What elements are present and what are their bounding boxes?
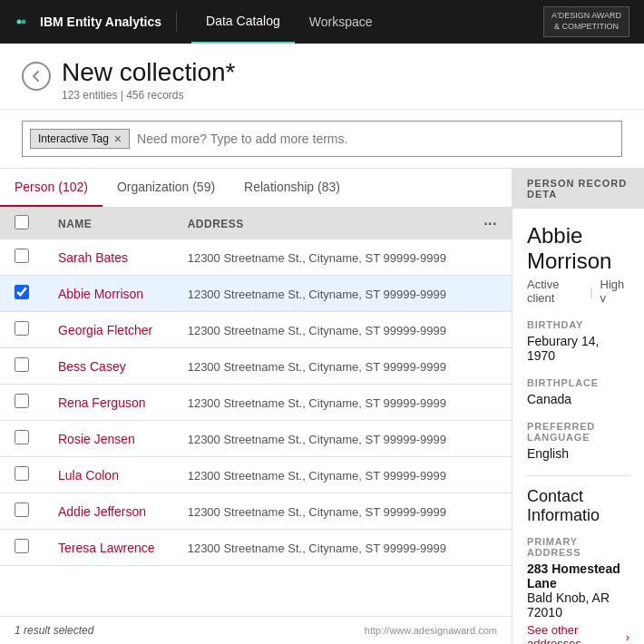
tab-organization[interactable]: Organization (59) — [102, 169, 229, 207]
row-more — [469, 385, 512, 421]
row-checkbox[interactable] — [15, 321, 29, 336]
contact-header: Contact Informatio — [527, 475, 629, 525]
row-checkbox-cell — [0, 276, 44, 312]
left-panel: Person (102) Organization (59) Relations… — [0, 169, 512, 644]
person-name-link[interactable]: Teresa Lawrence — [58, 541, 155, 555]
table-row[interactable]: Teresa Lawrence 12300 Streetname St., Ci… — [0, 530, 512, 566]
main-content: Person (102) Organization (59) Relations… — [0, 169, 644, 644]
address-line2: Bald Knob, AR 72010 — [527, 590, 629, 620]
row-checkbox[interactable] — [15, 249, 29, 263]
row-name: Addie Jefferson — [44, 493, 173, 530]
row-checkbox[interactable] — [15, 285, 29, 299]
table-row[interactable]: Rena Ferguson 12300 Streetname St., City… — [0, 385, 512, 421]
row-checkbox-cell — [0, 493, 44, 530]
more-icon: ··· — [483, 216, 497, 231]
chevron-right-icon: › — [626, 630, 629, 644]
page-subtitle: 123 entities | 456 records — [62, 89, 235, 102]
row-checkbox-cell — [0, 385, 44, 421]
records-table: NAME ADDRESS ··· Sarah Bates 12300 — [0, 208, 512, 566]
person-name-link[interactable]: Abbie Morrison — [58, 287, 143, 301]
tag-close-button[interactable]: × — [114, 132, 122, 146]
birthday-section: BIRTHDAY Feburary 14, 1970 — [527, 319, 629, 363]
row-more — [469, 239, 512, 276]
address-line1: 283 Homestead Lane — [527, 561, 629, 590]
person-name-link[interactable]: Georgia Fletcher — [58, 323, 152, 337]
status-high: High v — [600, 278, 629, 305]
main-nav: Data Catalog Workspace — [191, 0, 529, 44]
birthday-label: BIRTHDAY — [527, 319, 629, 330]
address-section: PRIMARY ADDRESS 283 Homestead Lane Bald … — [527, 536, 629, 644]
person-name-link[interactable]: Rosie Jensen — [58, 432, 135, 446]
see-other-addresses[interactable]: See other addresses › — [527, 623, 629, 644]
detail-status-row: Active client | High v — [527, 278, 629, 305]
tab-relationship[interactable]: Relationship (83) — [229, 169, 355, 207]
table-container: NAME ADDRESS ··· Sarah Bates 12300 — [0, 208, 512, 616]
row-checkbox[interactable] — [15, 539, 29, 553]
table-row[interactable]: Lula Colon 12300 Streetname St., Citynam… — [0, 457, 512, 493]
back-button[interactable] — [22, 62, 51, 91]
row-checkbox[interactable] — [15, 466, 29, 481]
search-inner[interactable]: Interactive Tag × — [22, 121, 622, 157]
logo: IBM Entity Analytics — [15, 13, 161, 31]
award-badge: A'DESIGN AWARD & COMPETITION — [543, 6, 629, 36]
address-text: 12300 Streetname St., Cityname, ST 99999… — [188, 288, 446, 301]
tag-label: Interactive Tag — [38, 132, 109, 145]
row-more — [469, 276, 512, 312]
person-name-link[interactable]: Addie Jefferson — [58, 504, 146, 519]
table-row[interactable]: Rosie Jensen 12300 Streetname St., Cityn… — [0, 421, 512, 457]
row-checkbox-cell — [0, 312, 44, 348]
person-name-link[interactable]: Bess Casey — [58, 359, 126, 374]
search-input[interactable] — [137, 132, 614, 146]
page-title-group: New collection* 123 entities | 456 recor… — [62, 58, 235, 102]
language-label: PREFERRED LANGUAGE — [527, 421, 629, 443]
row-checkbox-cell — [0, 421, 44, 457]
status-active: Active client — [527, 278, 582, 305]
row-address: 12300 Streetname St., Cityname, ST 99999… — [173, 312, 469, 348]
ibm-logo-icon — [15, 13, 33, 31]
nav-data-catalog[interactable]: Data Catalog — [191, 0, 295, 44]
row-address: 12300 Streetname St., Cityname, ST 99999… — [173, 239, 469, 276]
select-all-header — [0, 208, 44, 239]
row-address: 12300 Streetname St., Cityname, ST 99999… — [173, 493, 469, 530]
nav-workspace[interactable]: Workspace — [295, 0, 387, 44]
row-more — [469, 493, 512, 530]
address-label: PRIMARY ADDRESS — [527, 536, 629, 558]
row-name: Rosie Jensen — [44, 421, 173, 457]
bottom-bar: 1 result selected http://www.adesignawar… — [0, 616, 512, 644]
detail-panel-header: PERSON RECORD DETA — [512, 169, 644, 209]
birthplace-value: Canada — [527, 392, 629, 406]
row-more — [469, 348, 512, 385]
person-name-link[interactable]: Sarah Bates — [58, 250, 128, 265]
address-text: 12300 Streetname St., Cityname, ST 99999… — [188, 505, 446, 519]
birthplace-label: BIRTHPLACE — [527, 377, 629, 388]
birthday-value: Feburary 14, 1970 — [527, 334, 629, 363]
page: New collection* 123 entities | 456 recor… — [0, 44, 644, 644]
table-row[interactable]: Abbie Morrison 12300 Streetname St., Cit… — [0, 276, 512, 312]
address-text: 12300 Streetname St., Cityname, ST 99999… — [188, 251, 446, 265]
table-row[interactable]: Georgia Fletcher 12300 Streetname St., C… — [0, 312, 512, 348]
row-checkbox-cell — [0, 348, 44, 385]
person-name-link[interactable]: Lula Colon — [58, 468, 119, 483]
more-options-header[interactable]: ··· — [469, 208, 512, 239]
table-row[interactable]: Addie Jefferson 12300 Streetname St., Ci… — [0, 493, 512, 530]
row-checkbox[interactable] — [15, 430, 29, 444]
person-name-link[interactable]: Rena Ferguson — [58, 395, 146, 410]
row-name: Bess Casey — [44, 348, 173, 385]
selection-status: 1 result selected — [15, 624, 93, 637]
status-divider: | — [590, 285, 592, 298]
row-checkbox[interactable] — [15, 394, 29, 408]
award-badge-line1: A'DESIGN AWARD — [551, 11, 621, 22]
row-address: 12300 Streetname St., Cityname, ST 99999… — [173, 348, 469, 385]
row-checkbox[interactable] — [15, 357, 29, 372]
table-row[interactable]: Sarah Bates 12300 Streetname St., Cityna… — [0, 239, 512, 276]
row-address: 12300 Streetname St., Cityname, ST 99999… — [173, 457, 469, 493]
tabs: Person (102) Organization (59) Relations… — [0, 169, 512, 208]
svg-point-0 — [17, 20, 22, 24]
select-all-checkbox[interactable] — [15, 215, 29, 229]
tab-person[interactable]: Person (102) — [0, 169, 102, 207]
table-row[interactable]: Bess Casey 12300 Streetname St., Citynam… — [0, 348, 512, 385]
name-column-header: NAME — [44, 208, 173, 239]
logo-text: IBM Entity Analytics — [40, 15, 161, 29]
page-header: New collection* 123 entities | 456 recor… — [0, 44, 644, 110]
row-checkbox[interactable] — [15, 503, 29, 517]
